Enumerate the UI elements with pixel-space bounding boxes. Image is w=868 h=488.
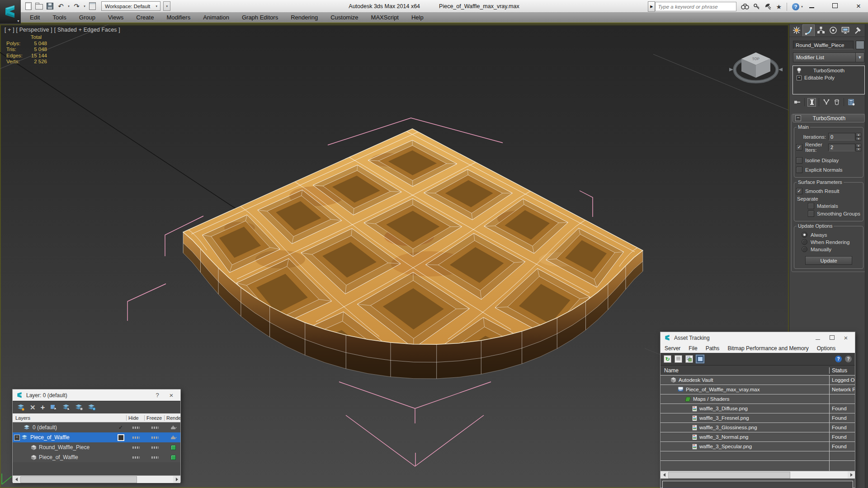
tab-utilities[interactable] (851, 24, 863, 36)
table-view-button[interactable] (696, 355, 704, 363)
asset-row-maps-shaders[interactable]: Maps / Shaders (660, 394, 855, 404)
isoline-display-checkbox[interactable] (796, 157, 802, 164)
scrollbar-thumb[interactable] (668, 472, 790, 479)
scroll-left-button[interactable] (660, 471, 668, 479)
render-iters-spinner[interactable]: ▲▼ (856, 144, 861, 151)
minimize-button[interactable] (806, 3, 817, 9)
hide-toggle[interactable] (132, 436, 140, 439)
scroll-left-button[interactable] (13, 476, 20, 483)
scrollbar-thumb[interactable] (20, 476, 137, 483)
waffle-model[interactable] (183, 129, 643, 384)
list-view-button[interactable] (675, 355, 682, 363)
asset-row-vault[interactable]: Autodesk Vault Logged Ou (660, 375, 855, 385)
toolbar-flyout-button[interactable]: ▾ (163, 1, 170, 11)
menu-bitmap-performance[interactable]: Bitmap Performance and Memory (723, 345, 812, 352)
delete-layer-icon[interactable]: ✕ (30, 404, 36, 412)
help-button[interactable]: ? ▾ (792, 3, 804, 10)
maximize-button[interactable] (826, 334, 837, 341)
panel-scrollbar[interactable] (865, 24, 868, 488)
column-layers[interactable]: Layers (13, 415, 115, 421)
redo-dropdown[interactable]: ▾ (83, 5, 86, 8)
menu-options[interactable]: Options (813, 345, 840, 352)
scroll-right-button[interactable] (173, 476, 180, 483)
undo-dropdown[interactable]: ▾ (67, 5, 71, 8)
communication-center-icon[interactable] (764, 3, 772, 10)
object-color-swatch[interactable] (856, 41, 864, 49)
freeze-toggle[interactable] (151, 436, 159, 439)
menu-modifiers[interactable]: Modifiers (160, 12, 197, 23)
hide-toggle[interactable] (132, 446, 140, 449)
column-hide[interactable]: Hide (126, 415, 144, 421)
menu-help[interactable]: Help (405, 12, 430, 23)
configure-modifier-sets-button[interactable] (847, 98, 855, 107)
create-layer-icon[interactable] (17, 404, 25, 411)
workspace-selector[interactable]: Workspace: Default ▾ (101, 1, 160, 11)
maximize-button[interactable] (829, 3, 841, 9)
search-history-button[interactable]: ▶ (648, 1, 655, 12)
update-manually-radio[interactable] (802, 246, 807, 252)
menu-tools[interactable]: Tools (46, 12, 72, 23)
project-folder-button[interactable] (88, 1, 97, 11)
new-scene-button[interactable] (24, 1, 33, 11)
menu-create[interactable]: Create (130, 12, 160, 23)
close-button[interactable]: × (840, 334, 851, 342)
viewcube[interactable]: TOP (729, 52, 783, 82)
menu-maxscript[interactable]: MAXScript (365, 12, 405, 23)
asset-tracking-titlebar[interactable]: Asset Tracking × (660, 332, 855, 343)
render-iters-field[interactable]: 2 (828, 144, 855, 151)
render-iters-checkbox[interactable]: ✓ (796, 144, 802, 150)
renderable-icon[interactable] (171, 455, 176, 460)
menu-views[interactable]: Views (102, 12, 130, 23)
hide-toggle[interactable] (132, 456, 140, 459)
select-objects-in-layer-icon[interactable] (50, 404, 58, 411)
help-topics-icon[interactable]: ? (835, 356, 842, 362)
menu-animation[interactable]: Animation (197, 12, 236, 23)
modifier-list-dropdown[interactable]: Modifier List ▼ (793, 52, 864, 62)
menu-rendering[interactable]: Rendering (284, 12, 324, 23)
materials-checkbox[interactable] (808, 203, 814, 209)
renderable-icon[interactable] (171, 445, 176, 450)
object-row-piece-of-waffle[interactable]: Piece_of_Waffle (13, 452, 180, 462)
lightbulb-icon[interactable] (797, 67, 802, 74)
freeze-toggle[interactable] (151, 427, 159, 429)
spin-up-icon[interactable]: ▲ (856, 133, 861, 137)
explicit-normals-checkbox[interactable] (796, 167, 802, 173)
menu-edit[interactable]: Edit (24, 12, 46, 23)
asset-row-diffuse[interactable]: waffle_3_Diffuse.png Found (660, 404, 855, 413)
spin-up-icon[interactable]: ▲ (856, 144, 861, 148)
scroll-right-button[interactable] (848, 471, 855, 479)
application-menu-button[interactable]: ▼ (0, 0, 21, 23)
hide-layer-icon[interactable] (75, 404, 83, 411)
update-button[interactable]: Update (805, 256, 852, 265)
make-unique-button[interactable] (822, 98, 830, 107)
render-teapot-icon[interactable] (170, 435, 177, 440)
help-button[interactable]: ? (152, 392, 163, 399)
layer-properties-icon[interactable] (88, 404, 96, 411)
pin-stack-button[interactable] (793, 98, 802, 107)
layer-row-default[interactable]: 0 (default) ✓ (13, 422, 180, 432)
rollout-header[interactable]: − TurboSmooth (793, 114, 865, 122)
render-teapot-icon[interactable] (170, 425, 177, 430)
column-name[interactable]: Name (660, 367, 829, 374)
freeze-toggle[interactable] (151, 456, 159, 459)
select-layer-icon[interactable] (63, 404, 71, 411)
freeze-toggle[interactable] (151, 446, 159, 449)
menu-paths[interactable]: Paths (702, 345, 724, 352)
layer-window-titlebar[interactable]: Layer: 0 (default) ? × (13, 389, 180, 401)
spin-down-icon[interactable]: ▼ (856, 137, 861, 141)
viewport-label[interactable]: [ + ] [ Perspective ] [ Shaded + Edged F… (5, 27, 120, 33)
asset-row-normal[interactable]: waffle_3_Normal.png Found (660, 432, 855, 442)
save-file-button[interactable] (45, 1, 55, 11)
context-help-icon[interactable]: ? (845, 356, 852, 362)
tab-create[interactable] (790, 24, 802, 36)
stack-item-turbosmooth[interactable]: TurboSmooth (793, 67, 864, 74)
update-always-radio[interactable] (802, 232, 807, 238)
close-button[interactable]: × (853, 2, 864, 11)
iterations-field[interactable]: 0 (828, 133, 855, 141)
key-icon[interactable] (753, 3, 760, 10)
menu-group[interactable]: Group (73, 12, 102, 23)
current-layer-check-icon[interactable]: ✓ (118, 424, 123, 431)
iterations-spinner[interactable]: ▲▼ (856, 133, 861, 141)
menu-customize[interactable]: Customize (324, 12, 364, 23)
search-binoculars-icon[interactable] (741, 4, 749, 10)
